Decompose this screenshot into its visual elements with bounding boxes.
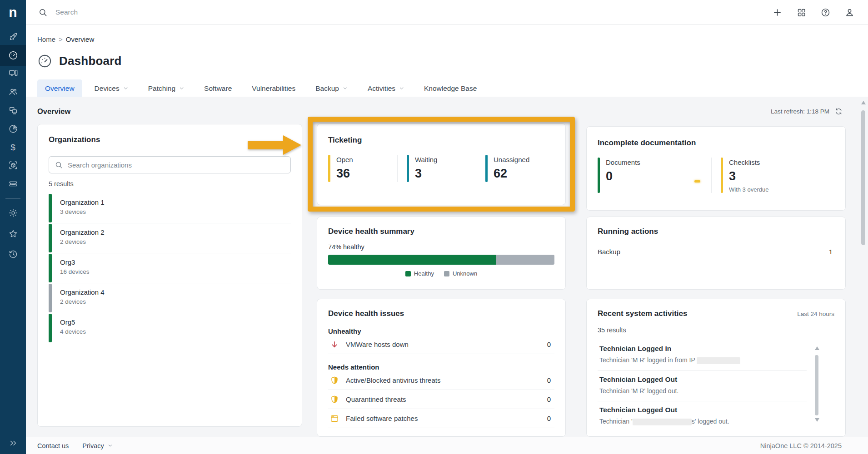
grid-icon bbox=[797, 8, 806, 17]
tab-vulnerabilities[interactable]: Vulnerabilities bbox=[244, 79, 303, 97]
sidebar: n $ bbox=[0, 0, 26, 454]
down-arrow-icon bbox=[330, 340, 339, 349]
issue-row-quarantined[interactable]: Quarantined threats 0 bbox=[328, 390, 554, 409]
organizations-result-count: 5 results bbox=[49, 180, 291, 188]
scrollbar-thumb[interactable] bbox=[861, 110, 865, 245]
tab-backup[interactable]: Backup bbox=[308, 79, 355, 97]
scroll-up-arrow[interactable] bbox=[815, 346, 819, 350]
scroll-up-arrow[interactable] bbox=[861, 101, 866, 104]
tab-overview[interactable]: Overview bbox=[37, 79, 82, 97]
page-scrollbar[interactable] bbox=[861, 101, 866, 104]
issues-section-needs-attention: Needs attention bbox=[328, 363, 554, 371]
yellow-dash-mark bbox=[694, 180, 700, 183]
page-title: Dashboard bbox=[59, 54, 122, 68]
star-icon bbox=[8, 229, 18, 239]
documentation-stat-checklists[interactable]: Checklists3With 3 overdue bbox=[711, 158, 834, 193]
contact-us-link[interactable]: Contact us bbox=[37, 442, 69, 449]
organizations-panel: Organizations 5 results Organization 13 … bbox=[37, 124, 302, 427]
issue-row-antivirus[interactable]: Active/Blocked antivirus threats 0 bbox=[328, 371, 554, 390]
activities-scrollbar[interactable] bbox=[815, 346, 819, 350]
sidebar-item-reports[interactable] bbox=[0, 119, 26, 138]
page-title-row: Dashboard bbox=[37, 54, 122, 69]
organization-row[interactable]: Organization 13 devices bbox=[49, 193, 291, 223]
add-button[interactable] bbox=[771, 6, 783, 18]
organization-row[interactable]: Organization 22 devices bbox=[49, 223, 291, 253]
chevron-down-icon bbox=[108, 443, 113, 448]
profile-button[interactable] bbox=[843, 6, 855, 18]
health-bar bbox=[49, 194, 52, 222]
sidebar-item-dashboard[interactable] bbox=[0, 45, 26, 66]
tab-activities[interactable]: Activities bbox=[360, 79, 412, 97]
organization-row[interactable]: Org54 devices bbox=[49, 313, 291, 343]
legend-swatch bbox=[444, 271, 449, 276]
sidebar-item-remote-screens[interactable] bbox=[0, 101, 26, 119]
activities-list: Technician Logged In Technician 'M R' lo… bbox=[598, 340, 807, 432]
tab-software[interactable]: Software bbox=[196, 79, 239, 97]
breadcrumb-home[interactable]: Home bbox=[37, 35, 55, 43]
user-icon bbox=[845, 8, 854, 17]
sidebar-item-getting-started[interactable] bbox=[0, 27, 26, 46]
pie-chart-icon bbox=[8, 124, 18, 134]
sidebar-divider bbox=[5, 198, 20, 199]
recent-activities-panel: Recent system activities Last 24 hours 3… bbox=[586, 299, 846, 437]
issue-row-failed-patches[interactable]: Failed software patches 0 bbox=[328, 409, 554, 428]
sidebar-item-end-users[interactable] bbox=[0, 82, 26, 101]
organization-row[interactable]: Organization 42 devices bbox=[49, 283, 291, 313]
privacy-link[interactable]: Privacy bbox=[82, 442, 113, 449]
chevron-down-icon bbox=[343, 86, 348, 91]
tab-devices[interactable]: Devices bbox=[87, 79, 136, 97]
rocket-icon bbox=[8, 32, 18, 42]
apps-grid-button[interactable] bbox=[795, 6, 807, 18]
chevron-down-icon bbox=[179, 86, 184, 91]
activity-row[interactable]: Technician Logged Out Technician 's' log… bbox=[598, 401, 807, 432]
device-health-issues-panel: Device health issues Unhealthy VMWare ho… bbox=[317, 299, 566, 437]
help-button[interactable] bbox=[819, 6, 831, 18]
tab-knowledge-base[interactable]: Knowledge Base bbox=[416, 79, 484, 97]
shield-icon bbox=[330, 395, 339, 404]
sidebar-item-favorites[interactable] bbox=[0, 224, 26, 243]
sidebar-item-history[interactable] bbox=[0, 245, 26, 263]
sidebar-item-devices[interactable] bbox=[0, 64, 26, 83]
activity-row[interactable]: Technician Logged Out Technician 'M R' l… bbox=[598, 371, 807, 401]
breadcrumb-current: Overview bbox=[66, 35, 95, 43]
sidebar-item-settings[interactable] bbox=[0, 203, 26, 222]
search-icon bbox=[39, 8, 47, 17]
organizations-search-input[interactable] bbox=[68, 161, 284, 169]
issue-row-vmware[interactable]: VMWare hosts down 0 bbox=[328, 335, 554, 354]
scrollbar-thumb[interactable] bbox=[815, 355, 818, 415]
sidebar-expand-button[interactable] bbox=[0, 434, 26, 452]
dashboard-icon bbox=[37, 54, 52, 69]
devices-icon bbox=[8, 69, 18, 79]
activities-range: Last 24 hours bbox=[797, 311, 834, 317]
sidebar-item-ticketing[interactable] bbox=[0, 174, 26, 193]
sidebar-item-asset-inventory[interactable] bbox=[0, 156, 26, 174]
scroll-down-arrow[interactable] bbox=[815, 418, 819, 422]
section-title: Overview bbox=[37, 107, 70, 116]
running-action-row[interactable]: Backup 1 bbox=[598, 248, 834, 256]
refresh-icon[interactable] bbox=[835, 108, 843, 115]
global-search-input[interactable] bbox=[55, 8, 328, 16]
health-bar bbox=[49, 314, 52, 342]
activity-row[interactable]: Technician Logged In Technician 'M R' lo… bbox=[598, 340, 807, 371]
ninjaone-logo[interactable]: n bbox=[0, 4, 26, 22]
device-health-summary-panel: Device health summary 74% healthy Health… bbox=[317, 217, 566, 290]
organization-row[interactable]: Org316 devices bbox=[49, 253, 291, 283]
topbar bbox=[26, 0, 868, 25]
health-summary-title: Device health summary bbox=[328, 227, 554, 236]
organizations-search bbox=[49, 156, 291, 173]
healthy-percent-label: 74% healthy bbox=[328, 243, 554, 251]
running-actions-panel: Running actions Backup 1 bbox=[586, 217, 846, 290]
sidebar-item-billing[interactable]: $ bbox=[0, 138, 26, 157]
legend-swatch bbox=[405, 271, 411, 276]
documentation-stat-documents[interactable]: Documents0 bbox=[598, 158, 711, 193]
health-legend: Healthy Unknown bbox=[328, 270, 554, 277]
health-bar bbox=[49, 284, 52, 312]
annotation-arrow-icon bbox=[248, 134, 302, 156]
shield-icon bbox=[330, 376, 339, 385]
tabs-bar: Overview Devices Patching Software Vulne… bbox=[37, 79, 484, 97]
health-progress-bar[interactable] bbox=[328, 255, 554, 265]
last-refresh: Last refresh: 1:18 PM bbox=[771, 108, 843, 115]
search-icon bbox=[55, 161, 63, 169]
tab-patching[interactable]: Patching bbox=[140, 79, 192, 97]
cube-scan-icon bbox=[8, 160, 18, 170]
